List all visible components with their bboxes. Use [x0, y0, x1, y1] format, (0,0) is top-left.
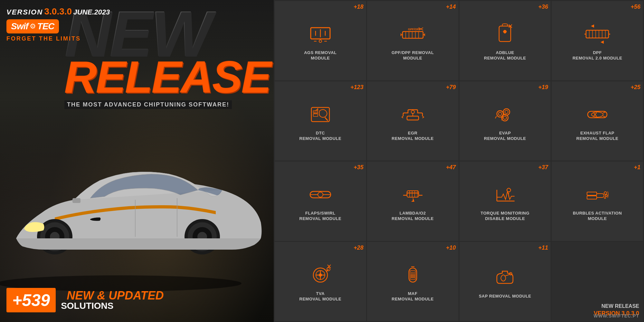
- svg-point-68: [604, 192, 607, 194]
- svg-rect-43: [407, 116, 419, 120]
- svg-point-51: [503, 116, 507, 119]
- module-name-dpf2: DPFREMOVAL 2.0 MODULE: [573, 50, 622, 61]
- logo-gear-icon: ⚙: [28, 22, 37, 31]
- special-new-release-label: NEW RELEASE: [594, 303, 639, 310]
- svg-point-75: [319, 273, 322, 277]
- badge-maf: +10: [446, 244, 456, 251]
- badge-adblue: +36: [538, 4, 548, 10]
- website-text: WWW.SWIFTEC.PT: [593, 313, 639, 318]
- version-date: JUNE.2023: [73, 8, 110, 16]
- version-number: 3.0.3.0: [44, 6, 72, 16]
- icon-egr: [400, 102, 426, 127]
- module-cell-sap[interactable]: +11 SAP REMOVAL MODULE: [459, 242, 551, 321]
- icon-ags: [308, 21, 333, 47]
- module-name-gpf: GPF/DPF REMOVALMODULE: [392, 50, 434, 61]
- svg-line-87: [505, 274, 510, 276]
- module-name-tva: TVAREMOVAL MODULE: [299, 291, 342, 302]
- release-text: RELEASE: [64, 58, 274, 96]
- module-cell-evap[interactable]: +19 EVAPREMOVAL MODULE: [459, 81, 551, 161]
- counter-number: +539: [12, 290, 50, 310]
- svg-rect-11: [72, 198, 80, 203]
- badge-dtc: +123: [350, 84, 364, 91]
- svg-line-42: [325, 118, 327, 120]
- module-name-egr: EGRREMOVAL MODULE: [392, 131, 434, 142]
- logo-swift: Swif: [11, 21, 28, 32]
- logo-tec: TEC: [37, 21, 54, 32]
- badge-lambda: +47: [446, 164, 456, 171]
- module-cell-exhaust[interactable]: +25 EXHAUST FLAPREMOVAL MODULE: [552, 81, 643, 161]
- counter-box: +539: [6, 288, 56, 312]
- module-cell-adblue[interactable]: +36 ADBLUEREMOVAL MODULE: [459, 1, 551, 80]
- svg-rect-67: [587, 196, 597, 199]
- badge-ags: +18: [354, 4, 364, 10]
- version-line: VERSION 3.0.3.0 JUNE.2023: [6, 6, 110, 17]
- module-name-adblue: ADBLUEREMOVAL MODULE: [484, 50, 526, 61]
- badge-dpf2: +56: [630, 4, 640, 10]
- svg-rect-66: [587, 192, 597, 195]
- module-cell-special: NEW RELEASE VERSION 3.0.3.0 WWW.SWIFTEC.…: [552, 242, 643, 321]
- badge-evap: +19: [538, 84, 548, 91]
- icon-maf: [400, 262, 426, 288]
- module-cell-lambda[interactable]: +47 LAMBDA/O2REMOVAL MODULE: [367, 161, 459, 241]
- icon-sap: [492, 265, 518, 290]
- svg-point-17: [319, 40, 322, 42]
- module-cell-maf[interactable]: +10 MAFREMOVAL MODULE: [367, 242, 459, 321]
- module-cell-torque[interactable]: +37 TORQUE MONITORINGDISABLE MODULE: [459, 161, 551, 241]
- icon-adblue: [492, 21, 518, 47]
- module-name-burbles: BURBLES ACTIVATIONMODULE: [573, 211, 622, 222]
- logo-container: Swif ⚙ TEC: [6, 19, 110, 33]
- module-cell-gpf[interactable]: +14 GPF/OPF GPF/DPF REMOVALMODU: [367, 1, 459, 80]
- swiftec-logo: Swif ⚙ TEC: [6, 19, 59, 33]
- module-name-lambda: LAMBDA/O2REMOVAL MODULE: [392, 211, 434, 222]
- version-prefix: VERSION: [6, 8, 43, 16]
- svg-rect-60: [407, 191, 419, 197]
- badge-flaps: +35: [354, 164, 364, 171]
- module-name-torque: TORQUE MONITORINGDISABLE MODULE: [481, 211, 530, 222]
- svg-rect-28: [499, 26, 511, 41]
- badge-exhaust: +25: [630, 84, 640, 91]
- module-cell-dtc[interactable]: +123 DTC DTCREMOVAL MODULE: [275, 81, 366, 161]
- svg-point-47: [498, 112, 502, 115]
- module-name-dtc: DTCREMOVAL MODULE: [299, 131, 342, 142]
- module-name-evap: EVAPREMOVAL MODULE: [484, 131, 526, 142]
- svg-point-69: [605, 195, 607, 197]
- icon-gpf: GPF/OPF: [400, 21, 426, 47]
- svg-text:DTC: DTC: [314, 111, 318, 113]
- top-branding: VERSION 3.0.3.0 JUNE.2023 Swif ⚙ TEC FOR…: [6, 6, 110, 42]
- badge-egr: +79: [446, 84, 456, 91]
- svg-rect-85: [411, 274, 415, 278]
- module-name-maf: MAFREMOVAL MODULE: [392, 291, 434, 302]
- counter-label-line2: SOLUTIONS: [61, 301, 164, 310]
- badge-burbles: +1: [634, 164, 640, 171]
- module-cell-burbles[interactable]: +1 BURBLES ACTIVATIONMODULE: [552, 161, 643, 241]
- svg-point-57: [318, 192, 323, 197]
- icon-lambda: [400, 182, 426, 207]
- module-cell-dpf2[interactable]: +56 DPFREMOVAL 2.0 MODULE: [552, 1, 643, 80]
- module-cell-egr[interactable]: +79 EGRREMOVAL MODULE: [367, 81, 459, 161]
- icon-exhaust: [584, 102, 610, 127]
- subtitle-text: THE MOST ADVANCED CHIPTUNING SOFTWARE!: [64, 100, 232, 109]
- icon-tva: [308, 262, 333, 288]
- module-cell-tva[interactable]: +28 TVAREMOVAL MODU: [275, 242, 366, 321]
- icon-evap: [492, 102, 518, 127]
- icon-torque: [492, 182, 518, 207]
- left-panel: VERSION 3.0.3.0 JUNE.2023 Swif ⚙ TEC FOR…: [0, 0, 274, 322]
- module-cell-ags[interactable]: +18 AGS REMOVALMODULE: [275, 1, 366, 80]
- tagline-rest: THE LIMITS: [36, 35, 81, 42]
- module-cell-flaps[interactable]: +35 FLAPS/SWIRLREMOVAL MODULE: [275, 161, 366, 241]
- svg-point-70: [604, 197, 606, 199]
- forget-tagline: FORGET THE LIMITS: [6, 35, 110, 42]
- svg-point-53: [592, 112, 603, 117]
- icon-dpf2: [584, 21, 610, 47]
- svg-rect-40: [313, 114, 318, 116]
- forget-word: FORGET: [6, 35, 36, 42]
- module-name-exhaust: EXHAUST FLAPREMOVAL MODULE: [576, 131, 619, 142]
- svg-point-49: [505, 110, 508, 114]
- icon-burbles: [584, 182, 610, 207]
- badge-torque: +37: [538, 164, 548, 171]
- badge-gpf: +14: [446, 4, 456, 10]
- car-illustration: [0, 103, 274, 296]
- bottom-counter: +539 NEW & UPDATED SOLUTIONS: [6, 288, 164, 312]
- counter-label-group: NEW & UPDATED SOLUTIONS: [61, 290, 164, 310]
- module-name-ags: AGS REMOVALMODULE: [304, 50, 336, 61]
